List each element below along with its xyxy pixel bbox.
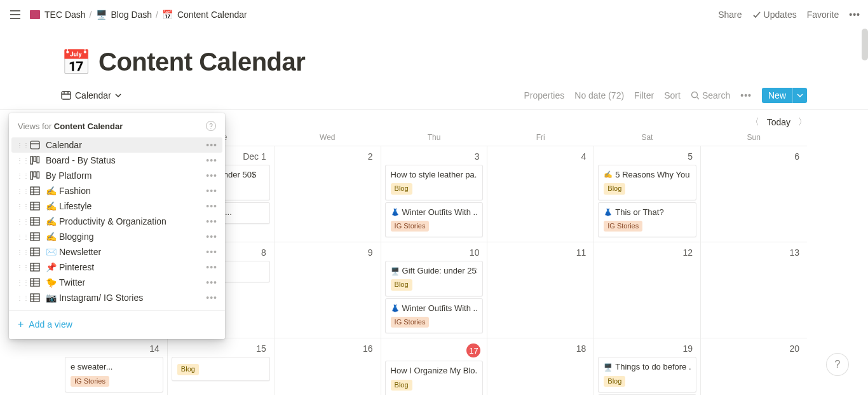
view-list-item[interactable]: ⋮⋮✉️Newsletter••• [11, 244, 222, 260]
day-cell[interactable]: 9 [275, 242, 381, 338]
event-card[interactable]: 👗This or That?IG Stories [598, 202, 696, 238]
nodate-button[interactable]: No date (72) [574, 90, 624, 100]
table-view-icon [29, 247, 41, 257]
event-card[interactable]: Blog [172, 357, 270, 380]
event-title: 🖥️Gift Guide: under 25$ [391, 265, 478, 277]
drag-handle[interactable]: ⋮⋮ [17, 172, 24, 179]
date-number: 11 [490, 245, 591, 259]
sort-button[interactable]: Sort [664, 90, 681, 100]
view-name: ✍️Fashion [46, 186, 201, 196]
view-list-item[interactable]: ⋮⋮✍️Blogging••• [11, 229, 222, 244]
filter-button[interactable]: Filter [634, 90, 654, 100]
page-title[interactable]: Content Calendar [98, 48, 305, 76]
view-item-menu[interactable]: ••• [206, 293, 217, 303]
drag-handle[interactable]: ⋮⋮ [17, 249, 24, 256]
day-cell[interactable]: 4 [487, 146, 594, 242]
event-card[interactable]: How I Organize My Blo...Blog [385, 361, 484, 395]
event-card[interactable]: 🖥️Things to do before ...Blog [598, 357, 696, 392]
event-card[interactable]: 👗Winter Outfits With ...IG Stories [385, 202, 484, 238]
event-title: How I Organize My Blo... [391, 365, 478, 377]
view-item-menu[interactable]: ••• [206, 232, 217, 242]
page-icon[interactable]: 📅 [61, 50, 91, 74]
event-card[interactable]: 👗Winter Outfits With ...IG Stories [385, 298, 484, 334]
day-cell[interactable]: 10🖥️Gift Guide: under 25$Blog👗Winter Out… [381, 242, 488, 338]
drag-handle[interactable]: ⋮⋮ [17, 157, 24, 164]
add-view-button[interactable]: +Add a view [9, 315, 225, 334]
breadcrumb-item[interactable]: 🖥️Blog Dash [93, 8, 154, 22]
help-icon[interactable]: ? [206, 121, 216, 131]
view-list-item[interactable]: ⋮⋮🐤Twitter••• [11, 275, 222, 290]
day-cell[interactable]: 16 [275, 338, 381, 395]
drag-handle[interactable]: ⋮⋮ [17, 279, 24, 286]
scrollbar[interactable] [862, 29, 868, 60]
day-cell[interactable]: 14e sweater...IG Stories [61, 338, 168, 395]
more-menu[interactable]: ••• [849, 10, 860, 20]
day-cell[interactable]: 15Blog [168, 338, 275, 395]
view-item-menu[interactable]: ••• [206, 262, 217, 272]
day-cell[interactable]: 19🖥️Things to do before ...Blog👗This or … [594, 338, 701, 395]
view-item-menu[interactable]: ••• [206, 216, 217, 226]
new-button[interactable]: New [762, 88, 792, 103]
date-number: 2 [277, 149, 378, 163]
day-cell[interactable]: 5✍️5 Reasons Why You S...Blog👗This or Th… [594, 146, 701, 242]
view-list-item[interactable]: ⋮⋮✍️Productivity & Organization••• [11, 214, 222, 229]
date-number: 13 [703, 245, 804, 259]
help-floating-button[interactable]: ? [826, 353, 849, 376]
search-icon [691, 91, 700, 100]
drag-handle[interactable]: ⋮⋮ [17, 233, 24, 240]
drag-handle[interactable]: ⋮⋮ [17, 264, 24, 271]
view-item-menu[interactable]: ••• [206, 201, 217, 211]
event-card[interactable]: 🖥️Gift Guide: under 25$Blog [385, 261, 484, 296]
drag-handle[interactable]: ⋮⋮ [17, 218, 24, 225]
day-cell[interactable]: 13 [701, 242, 807, 338]
next-month[interactable]: 〉 [798, 116, 807, 128]
view-item-menu[interactable]: ••• [206, 155, 217, 165]
day-cell[interactable]: 17How I Organize My Blo...Blog👗Winter Ou… [381, 338, 488, 395]
view-item-menu[interactable]: ••• [206, 277, 217, 288]
view-list-item[interactable]: ⋮⋮📷Instagram/ IG Stories••• [11, 290, 222, 305]
prev-month[interactable]: 〈 [750, 116, 759, 128]
view-list-item[interactable]: ⋮⋮By Platform••• [11, 168, 222, 183]
day-cell[interactable]: 3How to style leather pa...Blog👗Winter O… [381, 146, 488, 242]
event-card[interactable]: ✍️5 Reasons Why You S...Blog [598, 165, 696, 200]
drag-handle[interactable]: ⋮⋮ [17, 188, 24, 195]
day-cell[interactable]: 12 [594, 242, 701, 338]
new-dropdown[interactable] [792, 88, 807, 103]
drag-handle[interactable]: ⋮⋮ [17, 295, 24, 301]
event-card[interactable]: How to style leather pa...Blog [385, 165, 484, 200]
share-button[interactable]: Share [718, 10, 742, 20]
event-tag: Blog [177, 364, 199, 375]
drag-handle[interactable]: ⋮⋮ [17, 203, 24, 210]
day-cell[interactable]: 20 [701, 338, 807, 395]
day-header: Sat [594, 133, 701, 146]
view-list-item[interactable]: ⋮⋮✍️Fashion••• [11, 183, 222, 198]
today-button[interactable]: Today [767, 117, 790, 127]
week-row: 14e sweater...IG Stories15Blog1617How I … [61, 338, 807, 395]
drag-handle[interactable]: ⋮⋮ [17, 142, 24, 149]
breadcrumb-item[interactable]: 📅Content Calendar [159, 8, 250, 22]
event-tag: Blog [391, 183, 412, 194]
view-selector[interactable]: Calendar [61, 90, 121, 100]
search-button[interactable]: Search [691, 90, 730, 100]
date-number: 3 [384, 149, 485, 163]
event-tag: IG Stories [391, 317, 430, 328]
view-list-item[interactable]: ⋮⋮Calendar••• [11, 137, 222, 153]
day-cell[interactable]: 11 [487, 242, 594, 338]
view-item-menu[interactable]: ••• [206, 170, 217, 181]
properties-button[interactable]: Properties [524, 90, 564, 100]
favorite-button[interactable]: Favorite [807, 10, 839, 20]
view-list-item[interactable]: ⋮⋮✍️Lifestyle••• [11, 198, 222, 214]
view-list-item[interactable]: ⋮⋮📌Pinterest••• [11, 260, 222, 275]
event-card[interactable]: e sweater...IG Stories [65, 357, 163, 392]
day-cell[interactable]: 18 [487, 338, 594, 395]
view-item-menu[interactable]: ••• [206, 140, 217, 150]
view-item-menu[interactable]: ••• [206, 247, 217, 257]
view-more-menu[interactable]: ••• [740, 90, 752, 100]
sidebar-toggle[interactable] [8, 8, 23, 22]
updates-button[interactable]: Updates [752, 10, 797, 20]
view-item-menu[interactable]: ••• [206, 186, 217, 196]
day-cell[interactable]: 2 [275, 146, 381, 242]
day-cell[interactable]: 6 [701, 146, 807, 242]
view-list-item[interactable]: ⋮⋮Board - By Status••• [11, 153, 222, 168]
breadcrumb-item[interactable]: TEC Dash [27, 8, 88, 22]
